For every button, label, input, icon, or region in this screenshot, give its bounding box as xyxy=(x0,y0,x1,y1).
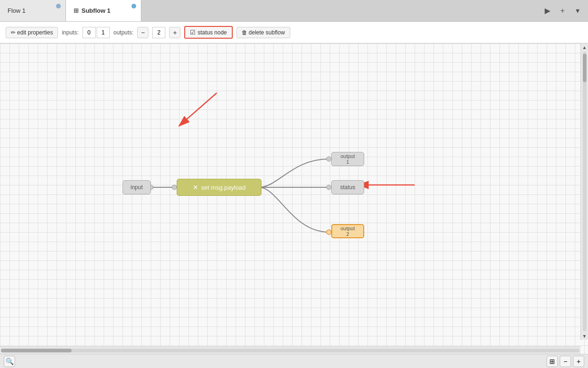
delete-subflow-btn[interactable]: 🗑 delete subflow xyxy=(237,27,290,38)
scroll-track-vertical xyxy=(583,52,587,331)
status-bar-right: ⊞ − + xyxy=(547,356,584,367)
right-scrollbar[interactable]: ▲ ▼ xyxy=(580,43,588,340)
status-node-label: status node xyxy=(197,29,227,36)
node-status-label: status xyxy=(340,184,355,191)
outputs-plus-btn[interactable]: + xyxy=(169,27,180,38)
outputs-label: outputs: xyxy=(114,29,134,36)
canvas-grid xyxy=(0,43,588,354)
node-output2-line1: output xyxy=(341,226,355,231)
tab-flow1-label: Flow 1 xyxy=(8,7,25,14)
canvas[interactable]: input ✕ set msg.payload output 1 status … xyxy=(0,43,588,354)
scroll-track-horizontal xyxy=(1,349,580,352)
function-icon: ✕ xyxy=(193,184,198,191)
tab-flow1[interactable]: Flow 1 xyxy=(0,0,66,21)
tab-add-btn[interactable]: + xyxy=(556,4,569,17)
outputs-value: 2 xyxy=(152,27,165,38)
status-node-btn[interactable]: ☑ status node xyxy=(184,26,232,39)
tab-actions: ▶ + ▾ xyxy=(541,0,588,21)
node-input[interactable]: input xyxy=(122,180,151,194)
status-bar: 🔍 ⊞ − + xyxy=(0,354,588,368)
node-output2-line2: 2 xyxy=(346,231,349,237)
toolbar: ✏ edit properties inputs: 0 1 outputs: −… xyxy=(0,22,588,43)
tab-subflow1-dot xyxy=(131,4,136,8)
scroll-down-btn[interactable]: ▼ xyxy=(581,332,588,340)
search-btn[interactable]: 🔍 xyxy=(4,356,15,367)
scroll-thumb-vertical[interactable] xyxy=(583,54,587,82)
node-function-label: set msg.payload xyxy=(201,184,246,191)
tab-bar: Flow 1 ⊞ Subflow 1 ▶ + ▾ xyxy=(0,0,588,22)
tab-more-btn[interactable]: ▾ xyxy=(571,4,584,17)
inputs-label: inputs: xyxy=(62,29,78,36)
tab-subflow1[interactable]: ⊞ Subflow 1 xyxy=(66,0,141,21)
node-output1[interactable]: output 1 xyxy=(331,152,364,166)
zoom-in-btn[interactable]: + xyxy=(573,356,584,367)
subflow-icon: ⊞ xyxy=(74,7,79,14)
tab-flow1-dot xyxy=(56,4,61,8)
inputs-value0: 0 xyxy=(82,27,96,38)
node-output1-line1: output xyxy=(341,153,355,159)
zoom-fit-btn[interactable]: ⊞ xyxy=(547,356,558,367)
node-output1-line2: 1 xyxy=(346,159,349,165)
tab-forward-btn[interactable]: ▶ xyxy=(541,4,554,17)
node-function[interactable]: ✕ set msg.payload xyxy=(177,179,261,196)
scroll-thumb-horizontal[interactable] xyxy=(1,349,72,352)
tab-subflow1-label: Subflow 1 xyxy=(82,7,110,14)
outputs-minus-btn[interactable]: − xyxy=(137,27,148,38)
inputs-value1[interactable]: 1 xyxy=(97,27,110,38)
node-output2[interactable]: output 2 xyxy=(331,224,364,238)
bottom-scrollbar[interactable] xyxy=(0,346,580,354)
status-node-checkbox: ☑ xyxy=(190,29,196,36)
scroll-up-btn[interactable]: ▲ xyxy=(581,43,588,51)
status-bar-left: 🔍 xyxy=(4,356,15,367)
inputs-controls: 0 1 xyxy=(82,27,110,38)
edit-properties-btn[interactable]: ✏ edit properties xyxy=(6,27,58,38)
zoom-out-btn[interactable]: − xyxy=(560,356,571,367)
node-input-label: input xyxy=(131,184,143,191)
node-status[interactable]: status xyxy=(331,180,364,194)
